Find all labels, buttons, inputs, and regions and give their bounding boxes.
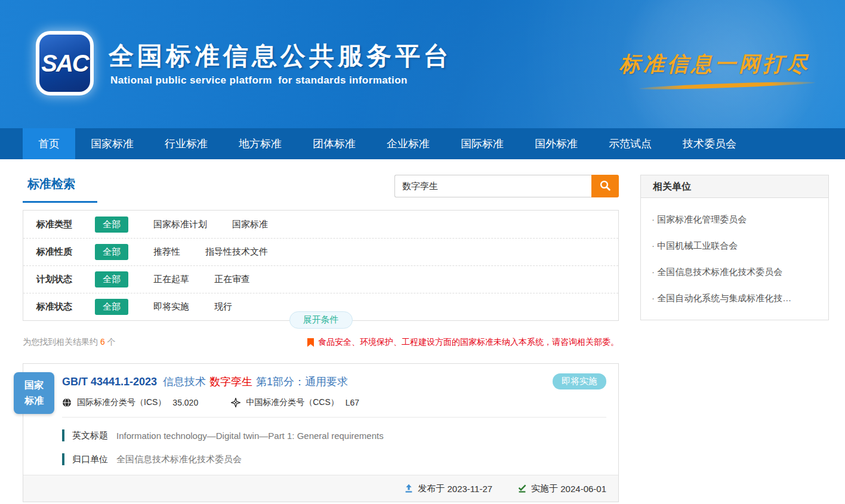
national-standard-badge[interactable]: 国家 标准 — [14, 372, 54, 414]
standard-title-link[interactable]: GB/T 43441.1-2023信息技术数字孪生第1部分：通用要求 — [62, 375, 606, 389]
globe-icon — [62, 398, 72, 407]
main-column: 标准检索 标准类型 全部 国家标准计划 国家标准 — [23, 175, 619, 502]
filter-option[interactable]: 正在起草 — [153, 274, 189, 285]
filter-label: 计划状态 — [36, 274, 89, 285]
related-units-panel: 相关单位 国家标准化管理委员会 中国机械工业联合会 全国信息技术标准化技术委员会… — [640, 175, 829, 320]
main-nav: 首页 国家标准 行业标准 地方标准 团体标准 企业标准 国际标准 国外标准 示范… — [0, 128, 845, 159]
filter-all-button[interactable]: 全部 — [95, 217, 128, 233]
results-count: 为您找到相关结果约6个 — [23, 337, 116, 348]
ccs-classification: 中国标准分类号（CCS） L67 — [231, 397, 359, 408]
nav-tab-national-standards[interactable]: 国家标准 — [75, 128, 149, 159]
results-count-prefix: 为您找到相关结果约 — [23, 337, 98, 347]
filter-label: 标准类型 — [36, 219, 89, 230]
filter-option[interactable]: 现行 — [214, 301, 232, 313]
sac-logo-text: SAC — [41, 50, 88, 77]
magnifier-icon — [599, 180, 611, 193]
section-title-standard-search: 标准检索 — [23, 175, 97, 203]
nav-tab-foreign-standards[interactable]: 国外标准 — [519, 128, 593, 159]
filter-all-button[interactable]: 全部 — [95, 299, 128, 315]
nav-tab-industry-standards[interactable]: 行业标准 — [149, 128, 223, 159]
search-box — [394, 175, 619, 197]
filter-all-button[interactable]: 全部 — [95, 244, 128, 260]
ccs-label: 中国标准分类号（CCS） — [246, 397, 339, 408]
page-content: 标准检索 标准类型 全部 国家标准计划 国家标准 — [0, 159, 845, 502]
filter-option[interactable]: 推荐性 — [153, 246, 180, 258]
results-count-number: 6 — [100, 337, 105, 347]
related-units-title: 相关单位 — [641, 175, 828, 198]
card-footer: 发布于 2023-11-27 实施于 2024-06-01 — [23, 475, 618, 502]
filter-panel: 标准类型 全部 国家标准计划 国家标准 标准性质 全部 推荐性 指导性技术文件 … — [23, 210, 619, 321]
ics-value: 35.020 — [172, 398, 198, 407]
published-label: 发布于 — [418, 483, 445, 494]
teal-bar — [62, 453, 64, 465]
filter-option[interactable]: 国家标准 — [232, 219, 268, 230]
search-section: 标准检索 — [23, 175, 619, 203]
nav-tab-international-standards[interactable]: 国际标准 — [445, 128, 519, 159]
nav-tab-local-standards[interactable]: 地方标准 — [223, 128, 297, 159]
committee-label: 归口单位 — [72, 454, 108, 465]
bookmark-icon — [307, 338, 314, 347]
compass-icon — [231, 398, 240, 407]
standard-title-highlight: 数字孪生 — [209, 376, 252, 388]
site-subtitle: National public service platform for sta… — [110, 75, 408, 86]
nav-tab-pilot-demos[interactable]: 示范试点 — [593, 128, 667, 159]
results-count-suffix: 个 — [107, 337, 116, 347]
expand-conditions-button[interactable]: 展开条件 — [289, 311, 353, 329]
ics-label: 国际标准分类号（ICS） — [77, 397, 166, 408]
results-info-row: 为您找到相关结果约6个 食品安全、环境保护、工程建设方面的国家标准未纳入本系统，… — [23, 337, 619, 348]
filter-option[interactable]: 国家标准计划 — [153, 219, 207, 230]
badge-line2: 标准 — [24, 393, 44, 409]
standard-title-part1: 信息技术 — [163, 376, 206, 388]
system-notice: 食品安全、环境保护、工程建设方面的国家标准未纳入本系统，请咨询相关部委。 — [307, 337, 619, 348]
nav-tab-technical-committees[interactable]: 技术委员会 — [667, 128, 752, 159]
badge-line1: 国家 — [24, 378, 44, 393]
ics-classification: 国际标准分类号（ICS） 35.020 — [62, 397, 198, 408]
filter-row-plan-status: 计划状态 全部 正在起草 正在审查 — [23, 265, 618, 293]
implemented-label: 实施于 — [531, 483, 558, 494]
english-title-row: 英文标题 Information technology—Digital twin… — [62, 429, 606, 441]
nav-tab-home[interactable]: 首页 — [23, 128, 75, 159]
sac-logo-inner: SAC — [39, 35, 90, 92]
sac-logo: SAC — [36, 31, 94, 95]
english-title-value: Information technology—Digital twin—Part… — [116, 431, 384, 441]
filter-option[interactable]: 即将实施 — [153, 301, 189, 313]
check-icon — [517, 484, 527, 493]
committee-value: 全国信息技术标准化技术委员会 — [116, 454, 242, 465]
site-banner: SAC 全国标准信息公共服务平台 National public service… — [0, 0, 845, 128]
filter-all-button[interactable]: 全部 — [95, 271, 128, 287]
card-body: GB/T 43441.1-2023信息技术数字孪生第1部分：通用要求 国际标准分… — [23, 364, 618, 465]
filter-option[interactable]: 正在审查 — [214, 274, 250, 285]
standard-code: GB/T 43441.1-2023 — [62, 376, 157, 388]
filter-row-standard-type: 标准类型 全部 国家标准计划 国家标准 — [23, 211, 618, 238]
upload-arrow-icon — [404, 484, 414, 493]
committee-row: 归口单位 全国信息技术标准化技术委员会 — [62, 453, 606, 465]
related-units-list: 国家标准化管理委员会 中国机械工业联合会 全国信息技术标准化技术委员会 全国自动… — [641, 198, 828, 320]
filter-row-standard-nature: 标准性质 全部 推荐性 指导性技术文件 — [23, 238, 618, 265]
search-button[interactable] — [591, 175, 619, 197]
nav-tab-group-standards[interactable]: 团体标准 — [297, 128, 371, 159]
implemented-date: 2024-06-01 — [560, 484, 606, 494]
status-badge: 即将实施 — [553, 373, 606, 389]
classification-row: 国际标准分类号（ICS） 35.020 中国标准分类号（CCS） L67 — [62, 397, 606, 418]
site-title: 全国标准信息公共服务平台 — [109, 39, 452, 73]
nav-tab-enterprise-standards[interactable]: 企业标准 — [371, 128, 445, 159]
sidebar-item-sac[interactable]: 国家标准化管理委员会 — [652, 214, 818, 225]
implemented-date-item: 实施于 2024-06-01 — [517, 483, 606, 494]
english-title-label: 英文标题 — [72, 430, 108, 441]
site-slogan: 标准信息一网打尽 — [619, 50, 810, 78]
sidebar-item-automation-standardization-committee[interactable]: 全国自动化系统与集成标准化技… — [652, 293, 818, 304]
standard-title-part2: 第1部分：通用要求 — [256, 376, 348, 388]
sidebar-item-cmif[interactable]: 中国机械工业联合会 — [652, 240, 818, 252]
standard-result-card: 国家 标准 即将实施 GB/T 43441.1-2023信息技术数字孪生第1部分… — [23, 363, 619, 502]
filter-label: 标准状态 — [36, 301, 89, 313]
notice-text: 食品安全、环境保护、工程建设方面的国家标准未纳入本系统，请咨询相关部委。 — [318, 337, 619, 348]
teal-bar — [62, 429, 64, 441]
search-input[interactable] — [394, 175, 591, 197]
published-date-item: 发布于 2023-11-27 — [404, 483, 492, 494]
ccs-value: L67 — [346, 398, 359, 407]
filter-label: 标准性质 — [36, 246, 89, 258]
published-date: 2023-11-27 — [447, 484, 492, 494]
sidebar-item-it-standardization-committee[interactable]: 全国信息技术标准化技术委员会 — [652, 267, 818, 278]
filter-option[interactable]: 指导性技术文件 — [205, 246, 268, 258]
